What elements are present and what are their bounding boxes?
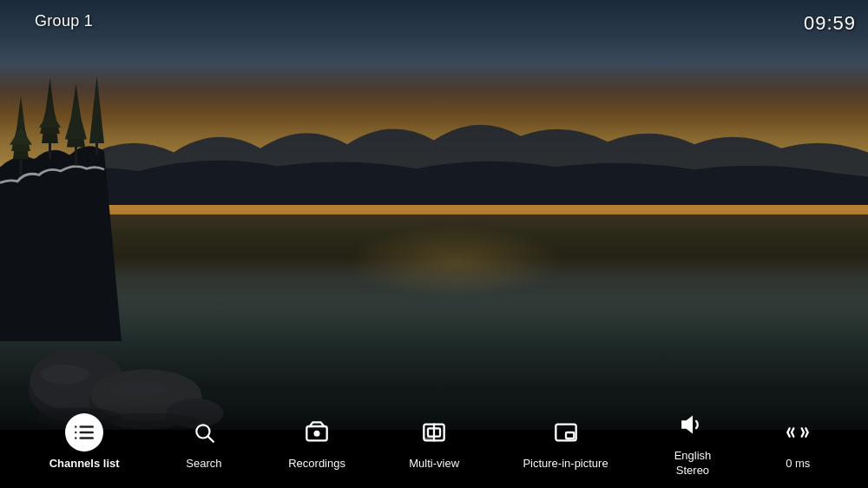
pip-icon-wrapper [547, 413, 585, 452]
latency-icon-wrapper [779, 413, 817, 452]
latency-icon [786, 420, 810, 445]
svg-rect-34 [424, 437, 434, 440]
list-icon [73, 421, 95, 444]
svg-rect-37 [566, 432, 574, 439]
svg-line-29 [208, 436, 214, 441]
svg-point-20 [41, 365, 89, 384]
latency-label: 0 ms [786, 457, 810, 472]
audio-track-label: EnglishStereo [674, 449, 712, 478]
channels-list-icon-wrapper [65, 413, 103, 452]
recording-icon [305, 420, 329, 445]
pip-button[interactable]: Picture-in-picture [509, 406, 621, 478]
latency-button[interactable]: 0 ms [763, 406, 832, 478]
search-icon [193, 421, 215, 444]
bottom-toolbar: Channels list Search Recordings [0, 396, 868, 488]
channels-list-button[interactable]: Channels list [36, 406, 134, 478]
svg-point-31 [314, 430, 320, 436]
recordings-label: Recordings [288, 457, 345, 472]
svg-point-21 [109, 380, 167, 397]
recordings-button[interactable]: Recordings [274, 406, 359, 478]
multiview-icon [422, 420, 446, 445]
audio-icon [681, 412, 705, 437]
search-icon-wrapper [185, 413, 223, 452]
search-button[interactable]: Search [169, 406, 239, 478]
search-label: Search [186, 457, 221, 472]
channels-list-label: Channels list [49, 457, 120, 472]
svg-marker-12 [89, 76, 104, 143]
svg-marker-38 [682, 418, 692, 432]
multiview-label: Multi-view [409, 457, 459, 472]
svg-marker-10 [65, 100, 87, 140]
pip-icon [554, 420, 578, 445]
svg-marker-7 [39, 110, 61, 128]
pip-label: Picture-in-picture [523, 457, 608, 472]
multiview-button[interactable]: Multi-view [395, 406, 473, 478]
multiview-icon-wrapper [415, 413, 453, 452]
recordings-icon-wrapper [298, 413, 336, 452]
audio-icon-wrapper [674, 406, 712, 444]
audio-track-button[interactable]: EnglishStereo [658, 399, 727, 485]
svg-marker-3 [10, 128, 32, 145]
